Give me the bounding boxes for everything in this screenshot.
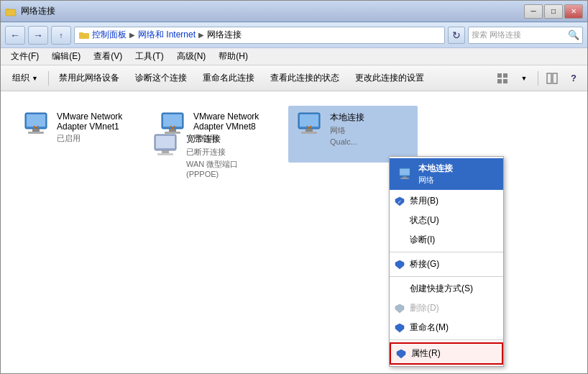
window-icon: [5, 6, 17, 17]
ctx-status-label: 状态(U): [410, 214, 439, 227]
ctx-shield-icon-bridge: [394, 259, 405, 270]
context-menu-header: 本地连接 网络: [390, 158, 503, 190]
svg-rect-1: [6, 9, 10, 11]
svg-rect-5: [497, 73, 502, 78]
ctx-shortcut-label: 创建快捷方式(S): [410, 283, 473, 295]
ctx-item-delete[interactable]: 删除(D): [390, 298, 503, 318]
menu-view[interactable]: 查看(V): [88, 49, 128, 64]
diagnose-button[interactable]: 诊断这个连接: [128, 68, 194, 88]
title-bar: 网络连接 ─ □ ✕: [1, 1, 587, 22]
toolbar-separator-2: [538, 71, 538, 86]
up-button[interactable]: ↑: [51, 26, 71, 45]
network-item-broadband[interactable]: 宽带连接 已断开连接 WAN 微型端口 (PPPOE): [144, 127, 274, 184]
breadcrumb-item-2[interactable]: 网络和 Internet: [138, 29, 196, 41]
ctx-item-diagnose[interactable]: 诊断(I): [390, 230, 503, 250]
view-dropdown-button[interactable]: ▼: [515, 69, 533, 88]
vmnet1-icon: [21, 111, 51, 140]
vmnet1-name: VMware Network Adapter VMnet1: [57, 111, 139, 132]
ctx-header-name: 本地连接: [418, 163, 453, 175]
svg-rect-31: [162, 150, 169, 153]
ctx-shield-icon-disable: ✓: [394, 196, 405, 207]
breadcrumb-sep-1: ▶: [129, 31, 135, 39]
forward-button[interactable]: →: [28, 26, 48, 45]
ctx-item-bridge[interactable]: 桥接(G): [390, 255, 503, 274]
change-settings-button[interactable]: 更改此连接的设置: [348, 68, 431, 88]
ctx-item-create-shortcut[interactable]: 创建快捷方式(S): [390, 279, 503, 298]
rename-button[interactable]: 重命名此连接: [196, 68, 262, 88]
svg-rect-18: [163, 114, 182, 127]
toolbar: 组织 ▼ 禁用此网络设备 诊断这个连接 重命名此连接 查看此连接的状态 更改此连…: [1, 65, 587, 91]
ctx-diagnose-label: 诊断(I): [410, 234, 435, 246]
organize-dropdown-icon: ▼: [32, 75, 38, 82]
ctx-disable-label: 禁用(B): [410, 195, 438, 207]
ctx-item-rename[interactable]: 重命名(M): [390, 318, 503, 337]
breadcrumb-sep-2: ▶: [198, 31, 204, 39]
menu-file[interactable]: 文件(F): [5, 49, 45, 64]
menu-help[interactable]: 帮助(H): [213, 49, 254, 64]
search-icon: 🔍: [568, 29, 579, 40]
broadband-name: 宽带连接: [186, 133, 268, 145]
context-menu: 本地连接 网络 ✓ 禁用(B) 状态(U) 诊断(I: [389, 156, 504, 367]
view-status-button[interactable]: 查看此连接的状态: [263, 68, 346, 88]
ctx-item-properties[interactable]: 属性(R): [390, 342, 503, 365]
svg-marker-39: [395, 260, 404, 269]
broadband-icon: [150, 133, 180, 161]
ctx-item-status[interactable]: 状态(U): [390, 211, 503, 230]
ctx-header-detail: 网络: [418, 175, 453, 186]
navigation-bar: ← → ↑ 控制面板 ▶ 网络和 Internet ▶ 网络连接 ↻ 搜索 网络…: [1, 22, 587, 48]
svg-marker-42: [397, 350, 405, 358]
svg-rect-10: [553, 73, 557, 83]
breadcrumb-item-1[interactable]: 控制面板: [92, 29, 127, 41]
svg-rect-8: [503, 79, 507, 83]
ctx-item-disable[interactable]: ✓ 禁用(B): [390, 191, 503, 211]
help-button[interactable]: ?: [564, 69, 583, 88]
search-placeholder: 搜索 网络连接: [472, 29, 521, 40]
svg-rect-12: [27, 114, 45, 127]
local-status: 网络: [330, 125, 364, 136]
svg-marker-41: [395, 324, 404, 332]
network-item-local[interactable]: 本地连接 网络 Qualc...: [288, 106, 418, 163]
toolbar-separator-1: [48, 71, 49, 86]
svg-rect-7: [497, 79, 502, 83]
svg-rect-30: [156, 136, 175, 148]
ctx-shield-icon-rename: [394, 322, 405, 334]
local-name: 本地连接: [330, 111, 364, 124]
view-icon-button[interactable]: [493, 69, 512, 88]
ctx-separator-2: [390, 276, 503, 277]
panel-toggle-button[interactable]: [543, 69, 561, 88]
search-bar[interactable]: 搜索 网络连接 🔍: [468, 27, 583, 44]
svg-rect-4: [79, 32, 83, 35]
broadband-status: 已断开连接: [186, 147, 268, 158]
menu-bar: 文件(F) 编辑(E) 查看(V) 工具(T) 高级(N) 帮助(H): [1, 48, 587, 65]
menu-advanced[interactable]: 高级(N): [171, 49, 212, 64]
disable-network-button[interactable]: 禁用此网络设备: [52, 68, 127, 88]
refresh-button[interactable]: ↻: [448, 27, 465, 44]
svg-rect-34: [400, 169, 410, 175]
svg-rect-35: [403, 176, 406, 178]
ctx-rename-label: 重命名(M): [410, 321, 449, 334]
svg-rect-6: [503, 73, 507, 78]
back-button[interactable]: ←: [5, 26, 25, 45]
menu-tools[interactable]: 工具(T): [129, 49, 169, 64]
maximize-button[interactable]: □: [544, 4, 563, 19]
network-item-vmnet1[interactable]: VMware Network Adapter VMnet1 已启用: [15, 106, 144, 163]
svg-rect-13: [32, 129, 40, 132]
ctx-delete-label: 删除(D): [410, 302, 439, 314]
folder-icon: [79, 31, 89, 40]
ctx-properties-label: 属性(R): [411, 347, 441, 360]
ctx-header-icon: [397, 167, 413, 181]
svg-rect-25: [306, 129, 313, 132]
window-title: 网络连接: [21, 5, 55, 17]
menu-edit[interactable]: 编辑(E): [46, 49, 86, 64]
organize-button[interactable]: 组织 ▼: [5, 68, 45, 88]
svg-rect-9: [547, 73, 551, 83]
svg-rect-36: [400, 178, 409, 179]
svg-rect-26: [301, 132, 317, 134]
local-detail: Qualc...: [330, 137, 364, 146]
vmnet1-info: VMware Network Adapter VMnet1 已启用: [57, 111, 139, 144]
breadcrumb-item-3: 网络连接: [207, 29, 242, 41]
minimize-button[interactable]: ─: [524, 4, 543, 19]
breadcrumb: 控制面板 ▶ 网络和 Internet ▶ 网络连接: [74, 27, 445, 44]
local-connection-icon: [294, 111, 324, 140]
close-button[interactable]: ✕: [564, 4, 583, 19]
